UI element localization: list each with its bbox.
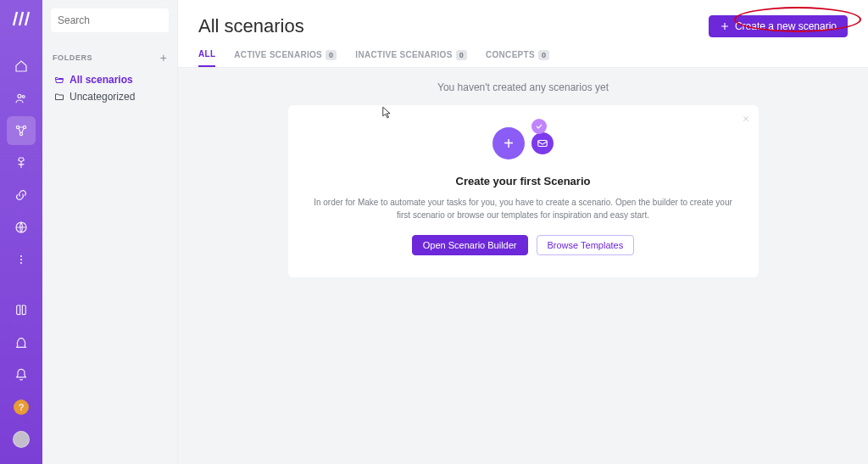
search-input[interactable]: [58, 14, 162, 26]
nav-notification[interactable]: [7, 361, 36, 389]
nav-resource[interactable]: [7, 296, 36, 325]
nav-home[interactable]: [7, 52, 36, 81]
folder-open-icon: [54, 75, 64, 85]
open-builder-button[interactable]: Open Scenario Builder: [412, 235, 528, 255]
plus-circle-icon: +: [492, 127, 525, 159]
folder-icon: [54, 92, 64, 102]
create-scenario-label: Create a new scenario: [735, 20, 837, 32]
nav-profile[interactable]: [7, 425, 36, 454]
nav-scenarios[interactable]: [7, 116, 36, 145]
nav-webhooks[interactable]: [7, 213, 36, 242]
tab-all[interactable]: ALL: [198, 49, 215, 67]
make-logo: [11, 8, 31, 29]
search-box[interactable]: [51, 8, 169, 32]
browse-templates-button[interactable]: Browse Templates: [537, 235, 635, 255]
nav-whatsnew[interactable]: [7, 328, 36, 357]
svg-point-1: [22, 96, 25, 98]
folder-label: Uncategorized: [70, 91, 135, 103]
card-description: In order for Make to automate your tasks…: [309, 196, 738, 221]
tab-concepts[interactable]: CONCEPTS 0: [486, 49, 549, 67]
svg-point-0: [18, 94, 21, 98]
tab-inactive[interactable]: INACTIVE SCENARIOS 0: [355, 49, 467, 67]
card-title: Create your first Scenario: [309, 175, 738, 187]
badge: 0: [538, 50, 549, 60]
nav-connections[interactable]: [7, 181, 36, 210]
svg-rect-9: [538, 141, 548, 147]
svg-point-7: [20, 259, 22, 260]
empty-state-message: You haven't created any scenarios yet: [198, 81, 848, 93]
folder-uncategorized[interactable]: Uncategorized: [51, 88, 169, 105]
folder-label: All scenarios: [70, 74, 133, 86]
add-folder-button[interactable]: +: [160, 51, 167, 64]
badge: 0: [326, 50, 337, 60]
check-badge-icon: [531, 119, 547, 134]
tabs: ALL ACTIVE SCENARIOS 0 INACTIVE SCENARIO…: [178, 37, 868, 68]
tab-active[interactable]: ACTIVE SCENARIOS 0: [234, 49, 337, 67]
main-area: All scenarios Create a new scenario ALL …: [178, 0, 868, 464]
folders-panel: FOLDERS + All scenarios Uncategorized: [42, 0, 178, 464]
nav-team[interactable]: [7, 84, 36, 113]
svg-point-8: [20, 262, 22, 264]
page-title: All scenarios: [198, 15, 304, 37]
nav-help[interactable]: ?: [7, 393, 36, 422]
nav-more[interactable]: [7, 245, 36, 274]
folder-all-scenarios[interactable]: All scenarios: [51, 71, 169, 88]
svg-point-6: [20, 255, 22, 257]
content-area: You haven't created any scenarios yet +: [178, 68, 868, 464]
svg-point-2: [16, 126, 19, 128]
close-card-button[interactable]: [742, 112, 750, 126]
folders-header-label: FOLDERS: [53, 53, 92, 62]
help-icon: ?: [14, 400, 29, 415]
onboarding-card: + Create your first Scenario In order fo…: [288, 105, 759, 277]
badge: 0: [456, 50, 467, 60]
close-icon: [742, 115, 750, 123]
side-navbar: ?: [0, 0, 42, 464]
card-graphic: +: [309, 127, 738, 159]
plus-icon: [720, 21, 730, 31]
avatar: [13, 431, 30, 448]
svg-point-3: [23, 126, 25, 128]
create-scenario-button[interactable]: Create a new scenario: [709, 15, 848, 37]
mail-circle-icon: [531, 132, 554, 154]
nav-templates[interactable]: [7, 148, 36, 177]
